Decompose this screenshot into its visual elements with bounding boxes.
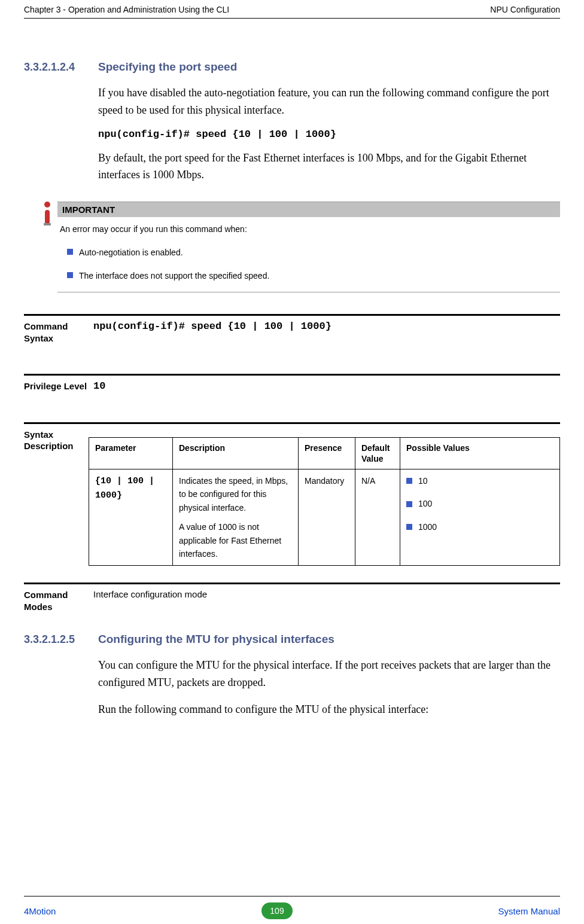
code-line: npu(config-if)# speed {10 | 100 | 1000}: [98, 129, 560, 140]
section-specifying-port-speed: 3.3.2.1.2.4 Specifying the port speed If…: [24, 60, 560, 184]
important-callout: IMPORTANT An error may occur if you run …: [24, 202, 560, 292]
possible-value-item: 10: [406, 474, 553, 487]
section-number: 3.3.2.1.2.4: [24, 61, 98, 74]
important-item-text: Auto-negotiation is enabled.: [79, 246, 183, 259]
command-syntax-block: Command Syntax npu(config-if)# speed {10…: [24, 314, 560, 344]
description-paragraph: A value of 1000 is not applicable for Fa…: [179, 520, 292, 560]
section-title: Configuring the MTU for physical interfa…: [98, 633, 334, 646]
table-row: {10 | 100 | 1000} Indicates the speed, i…: [89, 469, 560, 566]
header-right: NPU Configuration: [490, 5, 560, 14]
important-body: An error may occur if you run this comma…: [57, 217, 560, 292]
important-item-text: The interface does not support the speci…: [79, 270, 269, 282]
section-configuring-mtu: 3.3.2.1.2.5 Configuring the MTU for phys…: [24, 633, 560, 718]
col-default-value: Default Value: [355, 437, 400, 469]
privilege-level-block: Privilege Level 10: [24, 374, 560, 392]
cell-parameter: {10 | 100 | 1000}: [89, 469, 173, 566]
bullet-icon: [67, 249, 73, 255]
bullet-icon: [67, 272, 73, 278]
info-icon: [24, 202, 57, 292]
section-paragraph: Run the following command to configure t…: [98, 701, 560, 718]
section-paragraph: You can configure the MTU for the physic…: [98, 657, 560, 691]
possible-value-text: 10: [418, 474, 428, 487]
section-number: 3.3.2.1.2.5: [24, 633, 98, 646]
section-paragraph: By default, the port speed for the Fast …: [98, 150, 560, 184]
section-title-row: 3.3.2.1.2.4 Specifying the port speed: [24, 60, 560, 74]
possible-value-item: 100: [406, 497, 553, 510]
important-content: IMPORTANT An error may occur if you run …: [57, 202, 560, 292]
bullet-icon: [406, 524, 412, 530]
footer-right: System Manual: [498, 906, 560, 916]
block-value: npu(config-if)# speed {10 | 100 | 1000}: [89, 321, 560, 344]
svg-point-0: [44, 202, 50, 208]
bullet-icon: [406, 478, 412, 484]
syntax-description-table: Parameter Description Presence Default V…: [89, 437, 560, 566]
table-header-row: Parameter Description Presence Default V…: [89, 437, 560, 469]
possible-value-text: 1000: [418, 520, 437, 533]
svg-rect-1: [45, 210, 50, 224]
command-modes-block: Command Modes Interface configuration mo…: [24, 583, 560, 612]
col-description: Description: [173, 437, 299, 469]
important-list-item: Auto-negotiation is enabled.: [67, 246, 555, 259]
col-possible-values: Possible Values: [400, 437, 560, 469]
important-heading: IMPORTANT: [57, 202, 560, 217]
possible-value-text: 100: [418, 497, 432, 510]
section-title: Specifying the port speed: [98, 60, 237, 74]
cell-possible-values: 10 100 1000: [400, 469, 560, 566]
page-footer: 4Motion 109 System Manual: [24, 896, 560, 919]
bullet-icon: [406, 501, 412, 507]
svg-rect-2: [44, 223, 51, 225]
cell-description: Indicates the speed, in Mbps, to be conf…: [173, 469, 299, 566]
cell-presence: Mandatory: [299, 469, 355, 566]
cell-default: N/A: [355, 469, 400, 566]
block-label: Command Syntax: [24, 321, 89, 344]
possible-value-item: 1000: [406, 520, 553, 533]
block-label: Command Modes: [24, 589, 89, 612]
description-paragraph: Indicates the speed, in Mbps, to be conf…: [179, 474, 292, 514]
block-label: Syntax Description: [24, 429, 89, 566]
block-value: 10: [89, 380, 560, 392]
block-value: Interface configuration mode: [89, 589, 560, 612]
syntax-description-block: Syntax Description Parameter Description…: [24, 422, 560, 566]
important-list-item: The interface does not support the speci…: [67, 270, 555, 282]
section-title-row: 3.3.2.1.2.5 Configuring the MTU for phys…: [24, 633, 560, 646]
important-intro: An error may occur if you run this comma…: [60, 223, 555, 236]
page-number-badge: 109: [261, 902, 292, 919]
section-paragraph: If you have disabled the auto-negotiatio…: [98, 84, 560, 119]
page-header: Chapter 3 - Operation and Administration…: [24, 0, 560, 19]
footer-left: 4Motion: [24, 906, 56, 916]
col-presence: Presence: [299, 437, 355, 469]
header-left: Chapter 3 - Operation and Administration…: [24, 5, 229, 14]
block-label: Privilege Level: [24, 380, 89, 392]
col-parameter: Parameter: [89, 437, 173, 469]
